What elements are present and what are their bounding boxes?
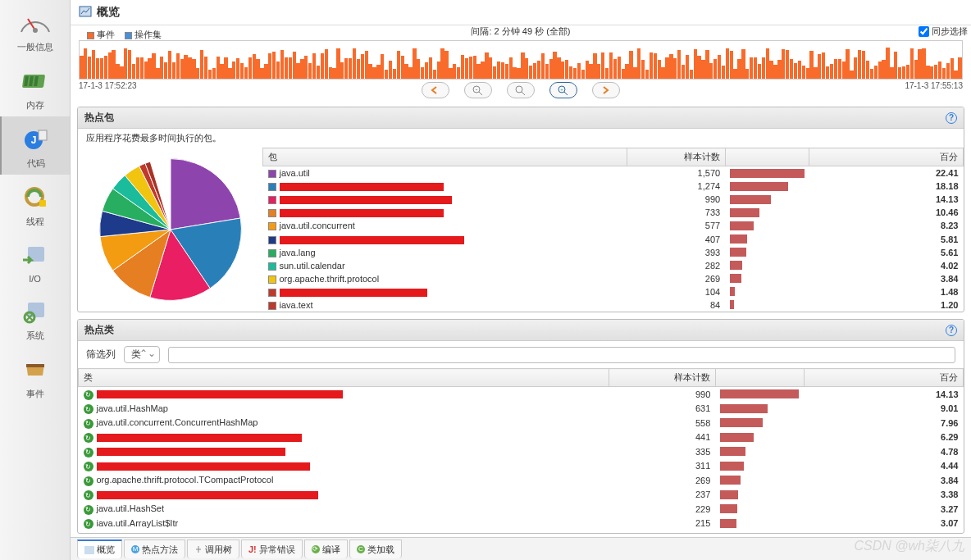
hot-packages-panel: 热点包? 应用程序花费最多时间执行的包。 包 样本计数 百分 java.util… xyxy=(77,107,964,312)
table-row[interactable]: ↻3114.44 xyxy=(79,459,964,474)
table-row[interactable]: ↻2373.38 xyxy=(79,488,964,503)
panel-title: 热点类 xyxy=(84,323,114,337)
svg-line-20 xyxy=(564,92,568,95)
tab-hot-methods[interactable]: M热点方法 xyxy=(124,540,185,558)
thread-icon xyxy=(19,181,52,214)
zoom-out-button[interactable]: - xyxy=(464,82,492,98)
hot-packages-table: 包 样本计数 百分 java.util1,57022.411,27418.189… xyxy=(262,148,964,312)
table-row[interactable]: ↻java.util.HashMap6319.01 xyxy=(79,402,964,417)
table-row[interactable]: 73310.46 xyxy=(263,206,964,219)
tab-compile[interactable]: ⟳编译 xyxy=(304,540,348,558)
svg-text:J: J xyxy=(30,134,36,146)
col-pct[interactable]: 百分 xyxy=(804,369,963,387)
hot-classes-table: 类 样本计数 百分 ↻99014.13↻java.util.HashMap631… xyxy=(78,368,964,530)
help-icon[interactable]: ? xyxy=(946,112,957,124)
svg-text:-: - xyxy=(476,87,477,92)
memory-icon xyxy=(19,65,52,98)
table-row[interactable]: ↻java.util.HashSet2293.27 xyxy=(79,502,964,517)
timeline-chart[interactable] xyxy=(79,40,963,80)
sidebar-item-system[interactable]: 系统 xyxy=(0,289,70,347)
sidebar-label: I/O xyxy=(29,274,41,284)
sidebar-item-memory[interactable]: 内存 xyxy=(0,58,70,116)
gauge-icon xyxy=(19,7,52,39)
zoom-reset-button[interactable] xyxy=(507,82,535,98)
zoom-in-button[interactable]: + xyxy=(549,82,577,98)
sync-checkbox[interactable]: 同步选择 xyxy=(919,25,968,38)
table-row[interactable]: ↻iava.util.ArrayList$Itr2153.07 xyxy=(79,517,964,531)
hot-classes-panel: 热点类? 筛选列 类 ⌃⌄ 类 样本计数 百分 ↻99014.13↻java.u… xyxy=(77,319,964,534)
interval-label: 间隔: 2 分钟 49 秒 (全部) xyxy=(471,25,570,38)
sidebar-item-code[interactable]: J 代码 xyxy=(0,116,70,175)
pie-chart xyxy=(78,148,262,312)
nav-right-button[interactable] xyxy=(592,82,620,98)
col-class[interactable]: 类 xyxy=(79,369,609,387)
table-row[interactable]: ↻4416.29 xyxy=(79,430,964,445)
tab-classload[interactable]: C类加载 xyxy=(349,540,402,558)
svg-line-15 xyxy=(479,92,482,95)
tab-overview[interactable]: 概览 xyxy=(77,540,122,558)
table-row[interactable]: ↻99014.13 xyxy=(79,387,964,402)
nav-left-button[interactable] xyxy=(422,82,449,98)
legend-actions-box xyxy=(125,32,132,39)
help-icon[interactable]: ? xyxy=(946,325,957,336)
table-row[interactable]: iava.text841.20 xyxy=(263,298,964,312)
filter-input[interactable] xyxy=(168,347,955,363)
svg-rect-11 xyxy=(28,303,44,317)
table-row[interactable]: sun.util.calendar2824.02 xyxy=(263,259,964,272)
panel-subtitle: 应用程序花费最多时间执行的包。 xyxy=(78,129,964,148)
sidebar-label: 线程 xyxy=(26,216,44,228)
col-package[interactable]: 包 xyxy=(263,148,627,166)
bottom-tabs: 概览 M热点方法 调用树 J!异常错误 ⟳编译 C类加载 xyxy=(71,537,971,560)
tab-call-tree[interactable]: 调用树 xyxy=(187,540,239,558)
sidebar-item-threads[interactable]: 线程 xyxy=(0,175,70,233)
sidebar: 一般信息 内存 J 代码 线程 I/O 系统 事件 xyxy=(0,0,71,560)
code-icon: J xyxy=(20,123,52,156)
table-row[interactable]: 4075.81 xyxy=(263,232,964,245)
table-row[interactable]: java.lang3935.61 xyxy=(263,246,964,259)
col-samples[interactable]: 样本计数 xyxy=(627,148,726,166)
title-bar: 概览 xyxy=(71,0,971,25)
table-row[interactable]: 99014.13 xyxy=(263,193,964,206)
table-row[interactable]: java.util1,57022.41 xyxy=(263,166,964,180)
io-icon xyxy=(19,239,52,272)
svg-rect-7 xyxy=(39,130,47,140)
filter-label: 筛选列 xyxy=(86,348,116,362)
table-row[interactable]: ↻org.apache.thrift.protocol.TCompactProt… xyxy=(79,473,964,488)
table-row[interactable]: org.apache.thrift.protocol2693.84 xyxy=(263,272,964,285)
table-row[interactable]: ↻java.util.concurrent.ConcurrentHashMap5… xyxy=(79,416,964,430)
table-row[interactable]: ↻3354.78 xyxy=(79,444,964,459)
system-icon xyxy=(19,295,52,328)
tab-exceptions[interactable]: J!异常错误 xyxy=(241,540,303,558)
svg-rect-22 xyxy=(84,546,94,554)
filter-column-select[interactable]: 类 ⌃⌄ xyxy=(124,346,160,363)
legend-events-box xyxy=(87,32,94,39)
table-row[interactable]: java.util.concurrent5778.23 xyxy=(263,219,964,232)
sidebar-item-io[interactable]: I/O xyxy=(0,233,70,289)
page-title: 概览 xyxy=(97,5,120,20)
sidebar-label: 代码 xyxy=(27,157,45,170)
col-samples[interactable]: 样本计数 xyxy=(609,369,715,387)
svg-text:+: + xyxy=(560,87,563,92)
sidebar-item-events[interactable]: 事件 xyxy=(0,347,70,405)
col-pct[interactable]: 百分 xyxy=(809,148,964,166)
table-row[interactable]: 1041.48 xyxy=(263,285,964,298)
events-icon xyxy=(19,353,52,386)
sidebar-label: 一般信息 xyxy=(17,41,53,53)
svg-point-0 xyxy=(33,28,38,33)
sidebar-label: 事件 xyxy=(26,388,44,400)
svg-line-18 xyxy=(522,92,525,95)
svg-rect-9 xyxy=(39,200,46,207)
panel-title: 热点包 xyxy=(84,111,114,125)
sidebar-item-general[interactable]: 一般信息 xyxy=(0,0,70,58)
overview-icon xyxy=(79,6,92,20)
table-row[interactable]: 1,27418.18 xyxy=(263,180,964,193)
sidebar-label: 系统 xyxy=(26,330,44,342)
sidebar-label: 内存 xyxy=(26,99,44,112)
svg-point-17 xyxy=(516,86,522,93)
